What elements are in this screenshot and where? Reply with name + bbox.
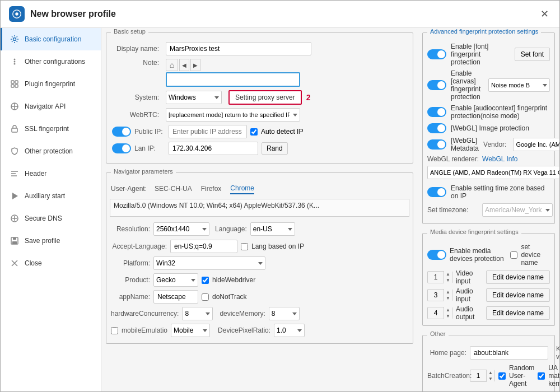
media-device-enable-toggle[interactable] xyxy=(427,250,446,260)
auto-detect-checkbox[interactable] xyxy=(250,128,258,136)
public-ip-toggle[interactable] xyxy=(112,127,131,137)
note-home-button[interactable]: ⌂ xyxy=(166,59,178,71)
appname-input[interactable] xyxy=(153,290,198,304)
random-ua-checkbox[interactable] xyxy=(498,372,506,380)
language-select[interactable]: en-USen-GB xyxy=(250,222,295,236)
audio-output-spinner-buttons: ▲ ▼ xyxy=(444,307,452,319)
sidebar-item-plugin-fp[interactable]: Plugin fingerprint xyxy=(1,73,101,95)
audio-input-spinner[interactable]: ▲ ▼ xyxy=(427,289,452,301)
audio-input-row: ▲ ▼ Audio input Edit device name xyxy=(423,286,554,304)
note-input[interactable] xyxy=(166,72,300,87)
dns-icon xyxy=(9,213,20,224)
puzzle-icon xyxy=(9,78,20,90)
batch-creation-value[interactable] xyxy=(470,372,486,380)
close-button[interactable]: ✕ xyxy=(538,7,551,21)
video-increment-button[interactable]: ▲ xyxy=(444,271,452,277)
webgl-image-toggle[interactable] xyxy=(427,123,446,133)
webrtc-select[interactable]: [replacement mode] return to the specifi… xyxy=(166,108,300,122)
audio-input-edit-button[interactable]: Edit device name xyxy=(486,288,550,302)
audio-output-decrement-button[interactable]: ▼ xyxy=(444,313,452,319)
tab-sec-ch-ua[interactable]: SEC-CH-UA xyxy=(155,184,192,194)
webgl-image-row: [WebGL] Image protection xyxy=(423,122,554,135)
product-select[interactable]: GeckoWebKit xyxy=(153,273,198,287)
lan-ip-toggle[interactable] xyxy=(112,143,131,153)
webgl-info-link[interactable]: WebGL Info xyxy=(482,155,517,163)
setting-proxy-button[interactable]: Setting proxy server xyxy=(228,90,302,105)
audio-fp-toggle[interactable] xyxy=(427,107,446,117)
navigator-params-group: Navigator parameters User-Agent: SEC-CH-… xyxy=(106,172,413,344)
sidebar-item-navigator-api[interactable]: Navigator API xyxy=(1,95,101,118)
mobile-type-select[interactable]: Mobile xyxy=(171,324,210,337)
canvas-fp-toggle[interactable] xyxy=(427,80,446,90)
batch-increment-button[interactable]: ▲ xyxy=(487,370,494,376)
sidebar-item-other-protection[interactable]: Other protection xyxy=(1,140,101,162)
system-select[interactable]: Windows Mac OS X Linux xyxy=(166,91,222,104)
webgl-image-label: [WebGL] Image protection xyxy=(451,124,550,132)
video-decrement-button[interactable]: ▼ xyxy=(444,277,452,283)
hide-webdriver-checkbox[interactable] xyxy=(202,277,209,284)
sidebar-item-other-config[interactable]: Other configurations xyxy=(1,50,101,73)
audio-output-spinner[interactable]: ▲ ▼ xyxy=(427,307,452,319)
sidebar-item-auxiliary[interactable]: Auxiliary start xyxy=(1,185,101,207)
webgl-renderer-select[interactable]: ANGLE (AMD, AMD Radeon(TM) RX Vega 11 Gr… xyxy=(427,166,559,179)
timezone-toggle[interactable] xyxy=(427,187,446,197)
note-label: Note: xyxy=(112,59,162,67)
batch-creation-spinner[interactable]: ▲ ▼ xyxy=(470,370,495,382)
sidebar-label-navigator-api: Navigator API xyxy=(25,102,66,110)
audio-output-increment-button[interactable]: ▲ xyxy=(444,307,452,313)
resolution-select[interactable]: 2560x14401920x1080 xyxy=(153,222,209,236)
svg-point-1 xyxy=(15,12,18,15)
audio-decrement-button[interactable]: ▼ xyxy=(444,295,452,301)
platform-select[interactable]: Win32Win64MacIntel xyxy=(153,256,265,270)
video-input-spinner[interactable]: ▲ ▼ xyxy=(427,271,452,283)
device-memory-select[interactable]: 8416 xyxy=(269,307,300,320)
audio-output-edit-button[interactable]: Edit device name xyxy=(486,306,550,320)
lan-ip-input[interactable] xyxy=(169,142,258,155)
audio-input-label: Audio input xyxy=(456,287,483,303)
sidebar-item-ssl-fp[interactable]: SSL fingerprint xyxy=(1,118,101,140)
noise-mode-select[interactable]: Noise mode BNoise mode A xyxy=(488,78,550,92)
left-panels: Basic setup Display name: Note: xyxy=(101,28,418,391)
ua-matching-kernel-checkbox[interactable] xyxy=(538,372,545,380)
audio-input-value[interactable] xyxy=(428,291,444,299)
accept-lang-input[interactable] xyxy=(170,240,237,253)
sidebar-item-save-profile[interactable]: Save profile xyxy=(1,230,101,252)
mobile-emulation-checkbox[interactable] xyxy=(111,327,118,334)
font-fp-label: Enable [font] fingerprint protection xyxy=(451,43,510,66)
sidebar-item-secure-dns[interactable]: Secure DNS xyxy=(1,207,101,230)
webgl-metadata-toggle[interactable] xyxy=(427,139,446,150)
video-input-value[interactable] xyxy=(428,273,444,281)
lang-based-ip-checkbox[interactable] xyxy=(241,243,248,250)
batch-decrement-button[interactable]: ▼ xyxy=(487,376,494,382)
device-pixel-select[interactable]: 1.01.52.0 xyxy=(274,324,305,337)
video-edit-button[interactable]: Edit device name xyxy=(486,270,550,284)
timezone-select[interactable]: America/New_York xyxy=(482,203,553,217)
audio-output-value[interactable] xyxy=(428,309,444,317)
set-font-button[interactable]: Set font xyxy=(515,48,550,61)
audio-increment-button[interactable]: ▲ xyxy=(444,289,452,295)
tab-firefox[interactable]: Firefox xyxy=(201,184,222,194)
timezone-toggle-row: Enable setting time zone based on IP xyxy=(423,183,554,202)
useragent-textbox[interactable]: Mozilla/5.0 (Windows NT 10.0; Win64; x64… xyxy=(110,199,409,217)
home-page-input[interactable] xyxy=(470,346,548,360)
note-prev-button[interactable]: ◀ xyxy=(179,59,189,71)
note-next-button[interactable]: ▶ xyxy=(190,59,200,71)
webgl-renderer-row: ANGLE (AMD, AMD Radeon(TM) RX Vega 11 Gr… xyxy=(423,164,554,183)
sidebar-item-close[interactable]: Close xyxy=(1,252,101,274)
do-not-track-checkbox[interactable] xyxy=(202,293,209,301)
rand-button[interactable]: Rand xyxy=(262,142,288,155)
public-ip-input[interactable] xyxy=(169,125,247,138)
sidebar-item-basic-config[interactable]: Basic configuration xyxy=(1,28,101,50)
navigator-params-title: Navigator parameters xyxy=(111,168,176,175)
hw-concurrency-select[interactable]: 8416 xyxy=(182,307,213,320)
product-label: Product: xyxy=(111,276,150,284)
set-device-name-checkbox[interactable] xyxy=(510,251,517,259)
lan-ip-row: Lan IP: Rand xyxy=(112,142,407,155)
set-timezone-label: Set timezone: xyxy=(427,206,478,214)
vendor-select[interactable]: Google Inc. (AMDGoogle Inc. xyxy=(513,138,559,151)
tab-chrome[interactable]: Chrome xyxy=(230,183,254,194)
font-fp-toggle[interactable] xyxy=(427,49,446,59)
sidebar-item-header[interactable]: Header xyxy=(1,162,101,185)
display-name-input[interactable] xyxy=(166,42,311,55)
batch-spinner-buttons: ▲ ▼ xyxy=(486,370,494,382)
